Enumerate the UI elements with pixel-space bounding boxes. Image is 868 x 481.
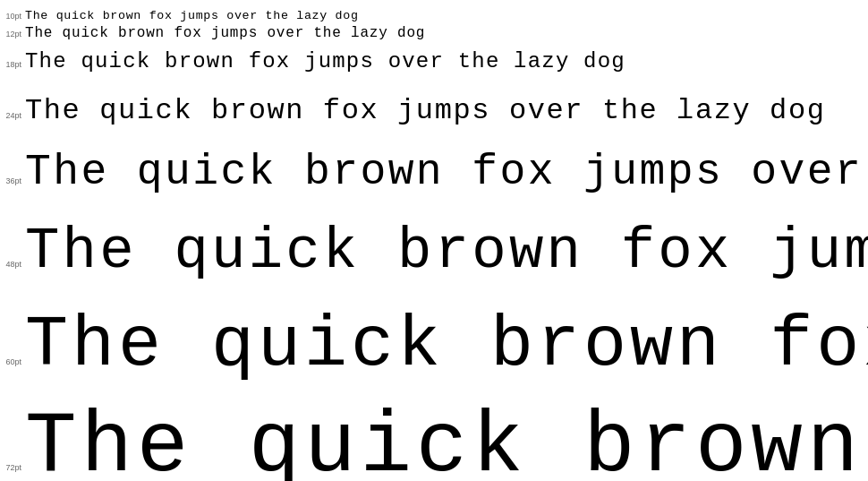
preview-row-row-60pt: 60ptThe quick brown fox jumps: [0, 305, 868, 386]
preview-row-row-24pt: 24ptThe quick brown fox jumps over the l…: [0, 94, 868, 127]
size-label-row-10pt: 10pt: [0, 12, 25, 21]
size-label-row-72pt: 72pt: [0, 463, 25, 472]
preview-text-row-48pt: The quick brown fox jumps over: [25, 219, 868, 284]
preview-text-row-72pt: The quick brown fox ju: [25, 399, 868, 481]
preview-text-row-36pt: The quick brown fox jumps over the lazy …: [25, 148, 868, 196]
preview-text-row-12pt: The quick brown fox jumps over the lazy …: [25, 25, 425, 41]
font-preview-container: 10ptThe quick brown fox jumps over the l…: [0, 0, 868, 481]
preview-row-row-10pt: 10ptThe quick brown fox jumps over the l…: [0, 9, 868, 22]
size-label-row-12pt: 12pt: [0, 30, 25, 39]
preview-row-row-72pt: 72ptThe quick brown fox ju: [0, 399, 868, 481]
preview-row-row-48pt: 48ptThe quick brown fox jumps over: [0, 219, 868, 284]
preview-text-row-18pt: The quick brown fox jumps over the lazy …: [25, 49, 625, 73]
size-label-row-36pt: 36pt: [0, 176, 25, 185]
preview-text-row-60pt: The quick brown fox jumps: [25, 305, 868, 386]
size-label-row-24pt: 24pt: [0, 111, 25, 120]
preview-text-row-10pt: The quick brown fox jumps over the lazy …: [25, 9, 359, 22]
size-label-row-60pt: 60pt: [0, 357, 25, 366]
preview-row-row-18pt: 18ptThe quick brown fox jumps over the l…: [0, 49, 868, 73]
preview-row-row-36pt: 36ptThe quick brown fox jumps over the l…: [0, 148, 868, 196]
size-label-row-18pt: 18pt: [0, 60, 25, 69]
size-label-row-48pt: 48pt: [0, 260, 25, 269]
preview-text-row-24pt: The quick brown fox jumps over the lazy …: [25, 94, 826, 127]
preview-row-row-12pt: 12ptThe quick brown fox jumps over the l…: [0, 25, 868, 41]
